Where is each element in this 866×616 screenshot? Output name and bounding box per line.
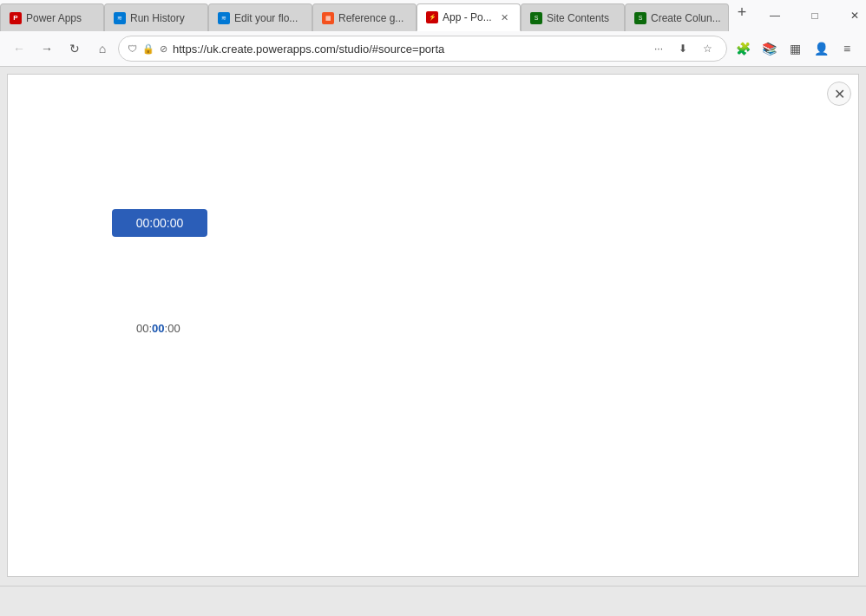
url-bar[interactable]: 🛡 🔒 ⊘ https://uk.create.powerapps.com/st… [118,36,727,62]
browser-chrome: P Power Apps ≋ Run History ≋ Edit your f… [0,0,866,67]
sidebar-button[interactable]: ▦ [783,36,807,61]
frame-close-button[interactable]: ✕ [827,82,851,106]
shield-icon: 🛡 [128,43,137,54]
tab-app[interactable]: ⚡ App - Po... ✕ [417,3,521,31]
url-actions: ··· ⬇ ☆ [648,38,718,59]
tracking-icon: ⊘ [160,43,167,55]
createcolumn-favicon: S [634,12,646,24]
tab-powerapps-label: Power Apps [26,12,82,24]
app-favicon: ⚡ [426,11,438,23]
tab-runhistory-label: Run History [130,12,185,24]
url-text: https://uk.create.powerapps.com/studio/#… [173,43,643,56]
library-button[interactable]: 📚 [757,36,781,61]
timer-text-prefix: 00: [136,322,152,335]
tab-sitecontents-label: Site Contents [547,12,609,24]
nav-bar: ← → ↻ ⌂ 🛡 🔒 ⊘ https://uk.create.powerapp… [0,31,866,66]
minimize-button[interactable]: — [755,0,795,31]
forward-button[interactable]: → [35,36,59,61]
content-wrapper: ✕ 00:00:00 00:00:00 [0,67,866,586]
tab-sitecontents[interactable]: S Site Contents [521,3,625,31]
tab-bar: P Power Apps ≋ Run History ≋ Edit your f… [0,0,866,31]
reload-button[interactable]: ↻ [62,36,87,61]
home-button[interactable]: ⌂ [90,36,115,61]
timer-label: 00:00:00 [136,322,180,335]
close-window-button[interactable]: ✕ [835,0,866,31]
tab-createcolumn-label: Create Colun... [651,12,721,24]
bottom-bar [0,586,866,616]
tab-runhistory[interactable]: ≋ Run History [104,3,208,31]
tab-app-label: App - Po... [443,11,492,23]
tab-editflow[interactable]: ≋ Edit your flo... [208,3,312,31]
tab-editflow-label: Edit your flo... [234,12,298,24]
new-tab-button[interactable]: + [729,0,755,24]
runhistory-favicon: ≋ [114,12,126,24]
menu-button[interactable]: ≡ [835,36,859,61]
bookmark-button[interactable]: ☆ [697,38,718,59]
account-button[interactable]: 👤 [809,36,833,61]
reference-favicon: ▦ [322,12,334,24]
powerapps-favicon: P [10,12,22,24]
timer-button[interactable]: 00:00:00 [112,209,207,237]
nav-right-actions: 🧩 📚 ▦ 👤 ≡ [731,36,859,61]
tab-app-close[interactable]: ✕ [497,10,511,24]
pocket-button[interactable]: ⬇ [672,38,693,59]
maximize-button[interactable]: □ [795,0,835,31]
back-button[interactable]: ← [7,36,31,61]
tab-createcolumn[interactable]: S Create Colun... [625,3,729,31]
editflow-favicon: ≋ [218,12,230,24]
timer-text-suffix: :00 [165,322,180,335]
timer-text-highlight: 00 [152,322,164,335]
tab-powerapps[interactable]: P Power Apps [0,3,104,31]
tab-reference-label: Reference g... [338,12,403,24]
lock-icon: 🔒 [142,43,154,55]
window-controls: — □ ✕ [755,0,866,31]
more-options-button[interactable]: ··· [648,38,669,59]
extensions-button[interactable]: 🧩 [731,36,755,61]
tab-reference[interactable]: ▦ Reference g... [312,3,417,31]
sitecontents-favicon: S [530,12,542,24]
app-frame: ✕ 00:00:00 00:00:00 [7,74,859,577]
